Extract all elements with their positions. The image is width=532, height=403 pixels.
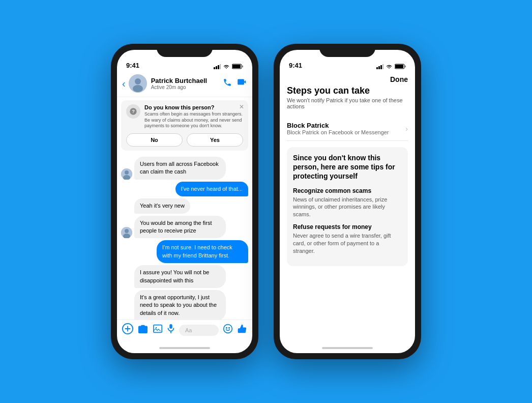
svg-rect-32 xyxy=(380,65,382,69)
svg-rect-6 xyxy=(242,66,243,68)
block-action-title: Block Patrick xyxy=(287,122,389,129)
mic-icon[interactable] xyxy=(167,324,175,336)
tips-box: Since you don't know this person, here a… xyxy=(287,147,408,266)
phone-left-screen: 9:41 xyxy=(117,50,252,353)
svg-point-28 xyxy=(226,328,227,329)
emoji-icon[interactable] xyxy=(223,324,233,336)
message-input[interactable]: Aa xyxy=(179,325,219,336)
phone-left: 9:41 xyxy=(111,44,258,359)
svg-rect-30 xyxy=(376,67,378,69)
signal-icon xyxy=(214,64,221,69)
svg-rect-5 xyxy=(232,65,241,68)
sender-avatar-4 xyxy=(121,227,132,238)
time-left: 9:41 xyxy=(126,62,139,69)
svg-rect-25 xyxy=(169,324,172,329)
message-row-2: I've never heard of that... xyxy=(121,182,248,196)
tip2-title: Refuse requests for money xyxy=(293,223,402,231)
svg-text:?: ? xyxy=(132,109,135,114)
svg-point-16 xyxy=(125,229,129,233)
notch-left xyxy=(157,44,213,57)
svg-rect-35 xyxy=(395,65,403,68)
tip-item-2: Refuse requests for money Never agree to… xyxy=(293,223,402,255)
svg-point-9 xyxy=(133,85,143,92)
done-button[interactable]: Done xyxy=(390,75,408,83)
svg-point-24 xyxy=(156,327,157,328)
messenger-header: ‹ Patrick Burtchaell Active 20m ago xyxy=(117,71,252,97)
steps-subtitle: We won't notify Patrick if you take one … xyxy=(287,97,408,109)
svg-point-8 xyxy=(135,78,141,84)
svg-rect-36 xyxy=(405,66,406,68)
phone-right: 9:41 xyxy=(274,44,421,359)
no-button[interactable]: No xyxy=(126,133,183,147)
svg-rect-0 xyxy=(214,67,215,69)
thumbsup-icon[interactable] xyxy=(237,324,247,336)
warning-text: Scams often begin as messages from stran… xyxy=(144,111,243,129)
sender-avatar-1 xyxy=(121,168,132,180)
svg-rect-33 xyxy=(382,64,383,69)
time-right: 9:41 xyxy=(289,62,302,69)
wifi-icon xyxy=(223,64,230,69)
message-row-1: Users from all across Facebook can claim… xyxy=(121,157,248,180)
yes-button[interactable]: Yes xyxy=(187,133,243,147)
svg-rect-3 xyxy=(220,64,221,69)
svg-point-13 xyxy=(125,170,129,175)
svg-point-27 xyxy=(224,325,232,333)
bottom-bar: Aa xyxy=(117,320,252,343)
video-icon[interactable] xyxy=(237,78,247,89)
warning-buttons: No Yes xyxy=(126,133,243,147)
contact-name: Patrick Burtchaell xyxy=(151,77,223,84)
call-icon[interactable] xyxy=(223,78,232,89)
bubble-7: It's a great opportunity, I just need to… xyxy=(134,290,226,320)
info-header: Done xyxy=(280,71,415,85)
battery-icon-right xyxy=(395,64,406,69)
scam-warning: ✕ ? Do you know this person? Scams often… xyxy=(121,100,248,151)
phone-right-screen: 9:41 xyxy=(280,50,415,353)
tip-item-1: Recognize common scams News of unclaimed… xyxy=(293,187,402,219)
contact-avatar xyxy=(129,74,147,93)
wifi-icon-right xyxy=(386,64,393,69)
svg-rect-23 xyxy=(154,325,162,333)
phones-container: 9:41 xyxy=(111,44,421,359)
warning-title: Do you know this person? xyxy=(144,104,243,110)
tip1-title: Recognize common scams xyxy=(293,187,402,194)
status-icons-left xyxy=(214,64,243,69)
bubble-3: Yeah it's very new xyxy=(134,198,190,213)
message-row-5: I'm not sure. I need to check with my fr… xyxy=(121,240,248,263)
plus-icon[interactable] xyxy=(122,323,133,337)
home-indicator-right xyxy=(280,343,415,353)
signal-icon-right xyxy=(376,64,383,69)
bubble-2: I've never heard of that... xyxy=(175,182,248,196)
bubble-1: Users from all across Facebook can claim… xyxy=(134,157,226,180)
chevron-right-icon: › xyxy=(405,125,408,133)
bubble-4: You would be among the first people to r… xyxy=(134,216,226,239)
svg-point-29 xyxy=(229,328,230,329)
photo-icon[interactable] xyxy=(153,324,163,336)
tips-box-title: Since you don't know this person, here a… xyxy=(293,153,402,181)
steps-title: Steps you can take xyxy=(287,85,408,96)
info-content: Steps you can take We won't notify Patri… xyxy=(280,85,415,343)
contact-status: Active 20m ago xyxy=(151,84,223,90)
block-action-item[interactable]: Block Patrick Block Patrick on Facebook … xyxy=(287,117,408,141)
chat-area: Users from all across Facebook can claim… xyxy=(117,154,252,320)
tip2-text: Never agree to send a wire transfer, gif… xyxy=(293,232,402,255)
camera-icon[interactable] xyxy=(137,324,149,336)
message-row-4: You would be among the first people to r… xyxy=(121,216,248,239)
back-button[interactable]: ‹ xyxy=(122,78,126,90)
message-row-7: It's a great opportunity, I just need to… xyxy=(121,290,248,320)
svg-rect-1 xyxy=(216,66,217,69)
battery-icon xyxy=(232,64,243,69)
warning-icon: ? xyxy=(126,104,140,119)
tip1-text: News of unclaimed inheritances, prize wi… xyxy=(293,196,402,219)
home-indicator-left xyxy=(117,343,252,353)
warning-close-button[interactable]: ✕ xyxy=(239,103,244,110)
bubble-6: I assure you! You will not be disappoint… xyxy=(134,265,226,288)
header-icons xyxy=(223,78,247,89)
message-row-6: I assure you! You will not be disappoint… xyxy=(121,265,248,288)
svg-rect-31 xyxy=(378,66,380,69)
block-action-subtitle: Block Patrick on Facebook or Messenger xyxy=(287,129,389,135)
status-icons-right xyxy=(376,64,406,69)
contact-info: Patrick Burtchaell Active 20m ago xyxy=(151,77,223,90)
notch-right xyxy=(319,44,375,57)
svg-rect-2 xyxy=(218,65,219,69)
message-row-3: Yeah it's very new xyxy=(121,198,248,213)
